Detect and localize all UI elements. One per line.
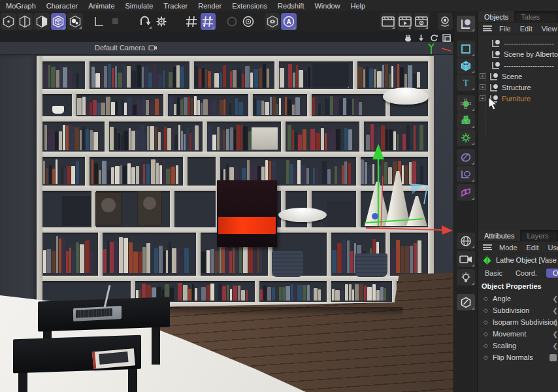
objects-menu-file[interactable]: File [495,25,516,33]
tree-row-structure[interactable]: + Structure [478,82,558,93]
expand-icon[interactable]: + [480,84,485,90]
keyframe-diamond-icon[interactable]: ◇ [484,331,488,337]
render-view-icon[interactable] [380,13,396,30]
svg-text:A: A [286,18,291,25]
axis-lock-icon[interactable] [108,13,123,30]
menu-mograph[interactable]: MoGraph [3,2,43,10]
solo-hexagon-icon[interactable] [265,13,280,30]
keyframe-diamond-icon[interactable]: ◇ [484,342,488,349]
flip-normals-checkbox[interactable] [550,354,557,361]
attr-menu-userdata[interactable]: User Data [544,244,558,252]
polygons-mode-icon[interactable] [34,13,50,30]
tree-row-separator-2[interactable]: --------------------- [478,59,558,71]
attribute-section-tabs: Basic Coord. Object [478,267,558,278]
spinner-arrow-icon[interactable]: ❮ [553,342,558,350]
snap-icon[interactable] [201,13,216,30]
keyframe-diamond-icon[interactable]: ◇ [484,354,488,361]
points-mode-icon[interactable] [1,13,16,30]
add-volume-icon[interactable] [457,149,475,165]
menu-help[interactable]: Help [348,2,373,10]
scene-3d[interactable] [0,55,453,392]
add-effector-icon[interactable] [457,129,475,146]
menu-simulate[interactable]: Simulate [122,2,161,10]
spinner-arrow-icon[interactable]: ❮ [553,319,558,326]
keyframe-diamond-icon[interactable]: ◇ [484,319,488,325]
attr-menu-mode[interactable]: Mode [495,244,522,252]
add-cube-icon[interactable] [457,57,475,74]
attr-menu-edit[interactable]: Edit [522,244,544,252]
axis-mode-icon[interactable] [91,13,107,30]
spinner-arrow-icon[interactable]: ❮ [553,295,558,302]
auto-mode-icon[interactable]: A [281,13,297,30]
attributes-panel: Attributes Layers Mode Edit User Data La… [478,230,558,392]
workplane-icon[interactable] [184,13,199,30]
keyframe-diamond-icon[interactable]: ◇ [484,295,488,302]
spinner-arrow-icon[interactable]: ❮ [553,307,558,314]
property-label: Subdivision [493,306,529,314]
property-row-angle[interactable]: ◇ Angle ❮ [478,293,558,304]
disabled-circle-icon[interactable] [224,13,240,30]
stage-icon[interactable] [438,13,453,30]
add-deformer-icon[interactable] [457,184,475,201]
menu-redshift[interactable]: Redshift [274,2,311,10]
menu-tracker[interactable]: Tracker [160,2,195,10]
add-material-icon[interactable] [457,294,475,310]
attributes-panel-menu: Mode Edit User Data [478,242,558,253]
tab-coord[interactable]: Coord. [509,269,544,277]
expand-icon[interactable]: + [480,95,485,101]
mouse-cursor [488,97,499,111]
model-mode-icon[interactable] [51,13,67,30]
render-picture-viewer-icon[interactable] [397,13,413,30]
menu-character[interactable]: Character [43,2,85,10]
hamburger-icon[interactable] [483,25,492,31]
tab-basic[interactable]: Basic [478,269,509,277]
objects-panel: Objects Takes File Edit View Objects ---… [478,11,558,230]
add-light-icon[interactable] [457,269,475,286]
edges-mode-icon[interactable] [18,13,33,30]
objects-panel-menu: File Edit View Objects [478,23,558,35]
coordinate-system-icon[interactable] [137,13,153,30]
property-label: Angle [493,295,511,302]
add-spline-icon[interactable] [457,41,475,57]
add-camera-icon[interactable] [457,251,475,267]
add-field-icon[interactable] [457,95,475,112]
add-null-icon[interactable] [457,16,475,32]
property-row-isoparm-subdivision[interactable]: ◇ Isoparm Subdivision ❮ [478,316,558,328]
menu-animate[interactable]: Animate [85,2,122,10]
viewport[interactable]: Default Camera [0,31,453,392]
tab-takes[interactable]: Takes [514,11,558,22]
tab-layers[interactable]: Layers [520,230,558,241]
modeling-settings-icon[interactable] [154,13,170,30]
move-gizmo[interactable] [0,55,453,392]
tab-objects[interactable]: Objects [478,13,514,21]
hamburger-icon[interactable] [483,244,492,250]
camera-label[interactable]: Default Camera [95,44,157,52]
target-icon[interactable] [240,13,256,30]
tab-object[interactable]: Object [546,269,558,278]
camera-label-text: Default Camera [95,44,145,52]
tab-attributes[interactable]: Attributes [478,232,520,240]
menu-render[interactable]: Render [195,2,229,10]
tree-label: Structure [502,84,531,91]
menu-window[interactable]: Window [311,2,347,10]
tree-label: Scene by Alberto Blas [504,50,558,58]
expand-icon[interactable]: + [480,73,485,79]
property-row-scaling[interactable]: ◇ Scaling ❮ [478,340,558,351]
property-row-movement[interactable]: ◇ Movement ❮ [478,328,558,340]
property-row-flip-normals[interactable]: ◇ Flip Normals [478,351,558,363]
objects-menu-edit[interactable]: Edit [516,25,537,33]
tree-row-separator-1[interactable]: --------------------- [478,37,558,48]
menu-extensions[interactable]: Extensions [229,2,274,10]
texture-mode-icon[interactable] [67,13,83,30]
tree-row-scene[interactable]: + Scene [478,71,558,82]
property-row-subdivision[interactable]: ◇ Subdivision ❮ [478,304,558,316]
add-text-icon[interactable]: T [457,74,475,91]
keyframe-diamond-icon[interactable]: ◇ [484,307,488,314]
tree-row-scene-by-alberto-blas[interactable]: Scene by Alberto Blas [478,48,558,59]
objects-menu-view[interactable]: View [537,25,558,33]
render-settings-icon[interactable] [414,13,429,30]
add-environment-icon[interactable] [457,233,475,249]
add-cloner-icon[interactable] [457,112,475,129]
spinner-arrow-icon[interactable]: ❮ [553,331,558,338]
add-generator-icon[interactable] [457,166,475,182]
